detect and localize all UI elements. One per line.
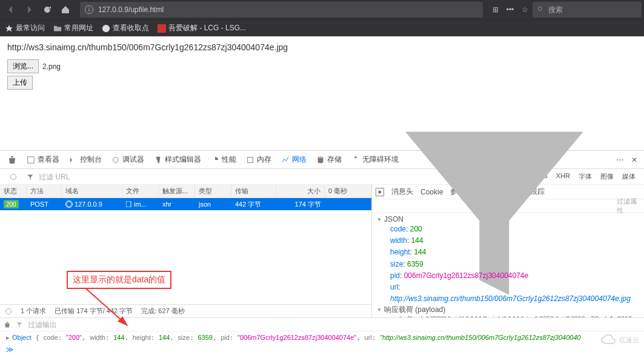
svg-point-5 — [354, 156, 357, 158]
search-box[interactable]: 搜索 — [533, 2, 642, 18]
annotation-arrow — [0, 198, 164, 331]
devtools-options-icon[interactable]: ⋯ — [614, 154, 626, 166]
svg-point-2 — [113, 157, 119, 162]
pill-media[interactable]: 媒体 — [619, 171, 639, 182]
home-button[interactable] — [57, 1, 74, 18]
forward-button[interactable] — [21, 1, 38, 18]
star-icon[interactable]: ☆ — [518, 3, 531, 16]
svg-point-6 — [11, 174, 16, 179]
url-text: 127.0.0.9/upfile.html — [98, 5, 164, 14]
payload-root[interactable]: 响应载荷 (payload) — [377, 305, 639, 315]
watermark: 亿速云 — [600, 334, 639, 345]
filter-url-input[interactable] — [39, 173, 243, 181]
response-filter: 过滤属性 — [372, 199, 644, 213]
tab-memory[interactable]: 内存 — [242, 152, 275, 167]
svg-rect-3 — [248, 157, 253, 162]
upload-button[interactable]: 上传 — [7, 76, 33, 90]
tab-storage[interactable]: 存储 — [313, 152, 345, 167]
json-viewer: JSON code: 200 width: 144 height: 144 si… — [372, 213, 644, 317]
annotation-box: 这里显示的就是data的值 — [67, 271, 171, 289]
tab-performance[interactable]: 性能 — [207, 152, 240, 167]
tab-inspector[interactable]: 查看器 — [23, 152, 63, 167]
reload-button[interactable] — [39, 1, 56, 18]
most-visited[interactable]: 最常访问 — [5, 23, 45, 33]
svg-point-1 — [102, 24, 110, 32]
url-bar[interactable]: i 127.0.0.9/upfile.html — [80, 2, 483, 18]
menu-dots-icon[interactable]: ••• — [503, 3, 517, 16]
tab-console[interactable]: 控制台 — [65, 152, 105, 167]
cloud-icon — [600, 334, 617, 345]
tab-network[interactable]: 网络 — [277, 152, 310, 167]
search-icon — [537, 6, 545, 13]
devtools: 查看器 控制台 调试器 样式编辑器 性能 内存 网络 存储 无障碍环境 ⋯ ✕ … — [0, 150, 644, 355]
common-sites[interactable]: 常用网址 — [53, 23, 93, 33]
view-cancel[interactable]: 查看收取点 — [102, 23, 149, 33]
filter-icon[interactable] — [27, 173, 34, 181]
tab-style[interactable]: 样式编辑器 — [150, 152, 205, 167]
console-prompt[interactable]: ≫ — [0, 344, 644, 355]
tab-debugger[interactable]: 调试器 — [108, 152, 148, 167]
site-info-icon[interactable]: i — [85, 5, 93, 14]
response-url: http://ws3.sinaimg.cn/thumb150/006m7Gcrl… — [7, 42, 637, 52]
json-root[interactable]: JSON — [377, 215, 639, 224]
wuai-bookmark[interactable]: 吾爱破解 - LCG - LSG... — [158, 23, 246, 33]
reader-icon[interactable]: ⊞ — [489, 3, 502, 16]
favicon-icon — [158, 24, 166, 33]
clear-icon[interactable] — [5, 168, 22, 185]
network-header: 状态 方法 域名 文件 触发源... 类型 传输 大小 0 毫秒 — [0, 185, 371, 198]
bookmarks-bar: 最常访问 常用网址 查看收取点 吾爱破解 - LCG - LSG... — [0, 19, 644, 36]
console-line[interactable]: ▸Object { code: "200", width: 144, heigh… — [0, 331, 644, 344]
file-name: 2.png — [42, 62, 61, 71]
browser-toolbar: i 127.0.0.9/upfile.html ⊞ ••• ☆ 搜索 — [0, 0, 644, 19]
devtools-close-icon[interactable]: ✕ — [628, 154, 640, 166]
browse-button[interactable]: 浏览... — [7, 59, 39, 73]
search-placeholder: 搜索 — [548, 5, 563, 15]
svg-point-0 — [539, 7, 542, 11]
trash-icon[interactable] — [4, 151, 21, 168]
back-button[interactable] — [2, 1, 19, 18]
